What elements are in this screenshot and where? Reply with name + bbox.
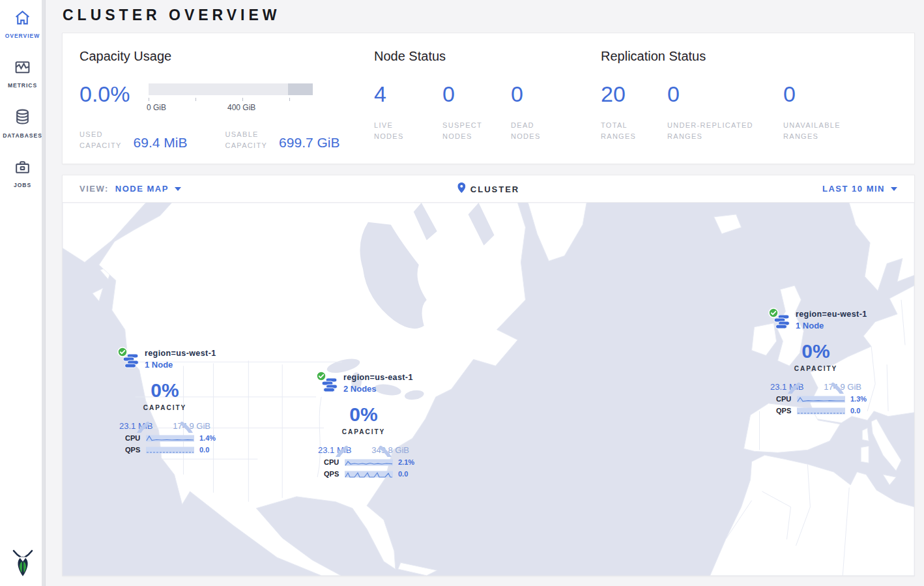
capacity-label: CAPACITY (782, 365, 850, 372)
live-nodes-stat: 4 LIVENODES (374, 81, 442, 142)
replication-status-title: Replication Status (601, 49, 901, 64)
capacity-label: CAPACITY (131, 404, 199, 411)
under-replicated-ranges-stat: 0 UNDER-REPLICATEDRANGES (667, 81, 783, 142)
cpu-row: CPU 1.3% (760, 394, 871, 404)
capacity-ring: 0% CAPACITY (782, 326, 850, 394)
cpu-sparkline (146, 434, 194, 443)
capacity-ring: 0% CAPACITY (131, 365, 199, 433)
node-map-panel: VIEW: NODE MAP CLUSTER LAST 10 MIN (62, 175, 915, 576)
cpu-row: CPU 1.4% (109, 433, 220, 443)
chevron-down-icon (175, 187, 181, 191)
qps-row: QPS 0.0 (760, 405, 871, 416)
cpu-value: 2.1% (398, 458, 414, 466)
view-label: VIEW: (79, 184, 109, 194)
cluster-overview-app: OVERVIEW METRICS DATABASES (0, 0, 924, 586)
cpu-sparkline (345, 458, 393, 467)
sidebar-item-overview[interactable]: OVERVIEW (5, 9, 40, 39)
sidebar-item-label: JOBS (14, 182, 31, 188)
home-icon (14, 9, 31, 29)
region-label: region=eu-west-1 (796, 310, 871, 319)
node-marker-eu-west-1: region=eu-west-1 1 Node 0% CAPACITY 23.1… (760, 308, 871, 416)
sidebar-item-databases[interactable]: DATABASES (3, 108, 42, 139)
qps-row: QPS 0.0 (109, 445, 220, 455)
cpu-sparkline (797, 395, 845, 403)
usable-capacity-value: 699.7 GiB (279, 135, 339, 151)
map-pin-icon (457, 183, 465, 196)
sidebar-item-label: DATABASES (3, 132, 42, 139)
cluster-summary-panel: Capacity Usage 0.0% 0 GiB 400 GiB (62, 33, 915, 164)
node-status-section: Node Status 4 LIVENODES 0 SUSPECTNODES 0… (374, 49, 601, 164)
cpu-value: 1.4% (199, 434, 216, 442)
main-content: CLUSTER OVERVIEW Capacity Usage 0.0% 0 G… (46, 0, 924, 586)
qps-sparkline (345, 470, 393, 478)
capacity-usage-title: Capacity Usage (79, 49, 374, 64)
region-label: region=us-west-1 (145, 349, 220, 359)
qps-sparkline (146, 446, 194, 454)
sidebar-item-jobs[interactable]: JOBS (14, 158, 31, 188)
capacity-percent: 0% (330, 403, 397, 426)
qps-value: 0.0 (850, 407, 860, 415)
jobs-icon (14, 158, 31, 178)
node-marker-us-west-1: region=us-west-1 1 Node 0% CAPACITY 23.1… (109, 347, 220, 455)
node-marker-us-east-1: region=us-east-1 2 Nodes 0% CAPACITY 23.… (308, 372, 419, 479)
capacity-bar: 0 GiB 400 GiB (149, 83, 313, 95)
sidebar-item-label: OVERVIEW (5, 33, 40, 39)
time-range-selector[interactable]: LAST 10 MIN (822, 184, 897, 194)
qps-row: QPS 0.0 (308, 469, 419, 479)
qps-value: 0.0 (199, 446, 209, 454)
map-toolbar: VIEW: NODE MAP CLUSTER LAST 10 MIN (63, 175, 914, 203)
sidebar-item-metrics[interactable]: METRICS (8, 59, 37, 89)
node-map: region=us-west-1 1 Node 0% CAPACITY 23.1… (63, 203, 914, 576)
node-status-title: Node Status (374, 49, 601, 64)
capacity-usage-section: Capacity Usage 0.0% 0 GiB 400 GiB (79, 49, 374, 164)
cpu-row: CPU 2.1% (308, 457, 419, 467)
sidebar-item-label: METRICS (8, 82, 37, 89)
total-ranges-stat: 20 TOTALRANGES (601, 81, 667, 142)
used-capacity-label: USED CAPACITY (79, 129, 122, 151)
qps-value: 0.0 (398, 470, 408, 478)
replication-status-section: Replication Status 20 TOTALRANGES 0 UNDE… (601, 49, 901, 164)
suspect-nodes-stat: 0 SUSPECTNODES (442, 81, 511, 142)
capacity-percent: 0% (131, 379, 199, 402)
metrics-icon (14, 59, 31, 78)
page-title: CLUSTER OVERVIEW (62, 0, 915, 33)
qps-sparkline (797, 407, 845, 415)
capacity-percent: 0% (782, 340, 850, 362)
capacity-tick-label: 400 GiB (227, 103, 255, 112)
chevron-down-icon (891, 187, 897, 191)
sidebar: OVERVIEW METRICS DATABASES (0, 0, 46, 586)
usable-capacity-label: USABLE CAPACITY (225, 129, 267, 151)
cockroachdb-logo (10, 548, 36, 581)
capacity-label: CAPACITY (330, 428, 397, 435)
breadcrumb[interactable]: CLUSTER (470, 184, 519, 194)
view-selector[interactable]: NODE MAP (115, 184, 181, 194)
capacity-tick-label: 0 GiB (147, 103, 166, 112)
dead-nodes-stat: 0 DEADNODES (511, 81, 579, 142)
region-label: region=us-east-1 (343, 373, 419, 383)
unavailable-ranges-stat: 0 UNAVAILABLERANGES (783, 81, 868, 142)
capacity-ring: 0% CAPACITY (330, 389, 397, 457)
databases-icon (14, 108, 31, 128)
capacity-percent: 0.0% (79, 81, 149, 107)
cpu-value: 1.3% (850, 395, 867, 403)
used-capacity-value: 69.4 MiB (134, 135, 188, 151)
